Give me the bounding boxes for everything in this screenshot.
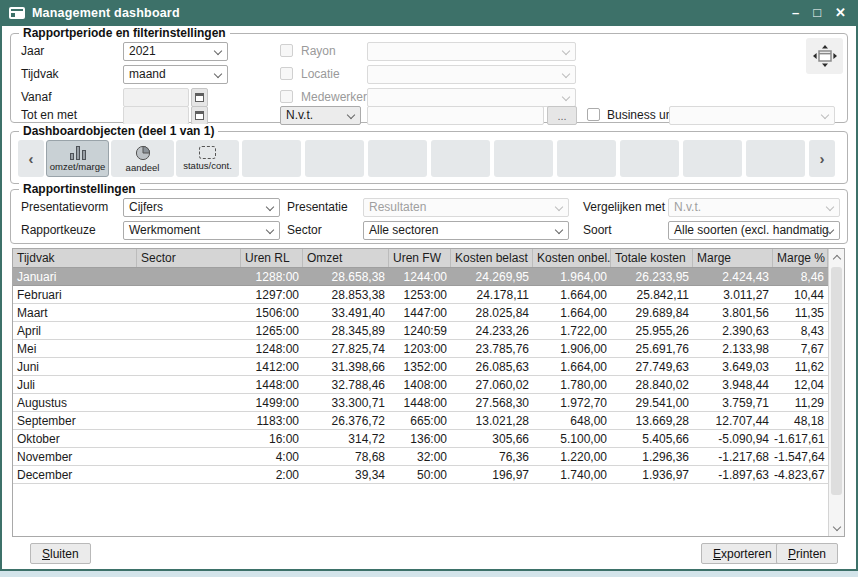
table-cell: -1.897,63 <box>693 466 773 483</box>
browse-button[interactable]: ... <box>547 106 577 125</box>
tijdvak-cell: Maart <box>13 304 137 321</box>
tijdvak-cell: Juli <box>13 376 137 393</box>
table-cell: 1.740,00 <box>533 466 611 483</box>
table-cell: 314,72 <box>303 430 389 447</box>
table-cell: 1499:00 <box>241 394 303 411</box>
presentatievorm-select[interactable]: Cijfers <box>123 198 280 217</box>
table-cell <box>137 358 241 375</box>
dashboard-objects-group: Dashboardobjecten (deel 1 van 1) ‹ omzet… <box>10 131 848 184</box>
aandeel-button[interactable]: aandeel <box>111 140 174 177</box>
table-row[interactable]: Oktober16:00314,72136:00305,665.100,005.… <box>13 430 844 448</box>
table-cell: -1.617,61 <box>773 430 828 447</box>
column-header[interactable]: Uren FW <box>389 249 451 267</box>
table-row[interactable]: Juli1448:0032.788,461408:0027.060,021.78… <box>13 376 844 394</box>
column-header[interactable]: Kosten onbel. <box>533 249 611 267</box>
chevron-down-icon <box>266 203 274 211</box>
scrollbar-up-button[interactable] <box>829 249 844 265</box>
table-row[interactable]: Juni1412:0031.398,661352:0026.085,631.66… <box>13 358 844 376</box>
vanaf-input[interactable] <box>123 88 189 107</box>
medewerker-checkbox[interactable] <box>280 90 293 103</box>
sluiten-button[interactable]: Sluiten <box>30 543 91 564</box>
locatie-select[interactable] <box>367 65 576 84</box>
column-header[interactable]: Uren RL <box>241 249 303 267</box>
table-row[interactable]: Januari1288:0028.658,381244:0024.269,951… <box>13 268 844 286</box>
minimize-button[interactable]: – <box>792 5 799 21</box>
filter-value-input[interactable] <box>367 106 544 125</box>
scrollbar-down-button[interactable] <box>829 520 844 536</box>
nvt-select[interactable]: N.v.t. <box>280 106 361 125</box>
table-cell: 1412:00 <box>241 358 303 375</box>
column-header[interactable]: Marge % <box>773 249 828 267</box>
tot-en-met-calendar-button[interactable] <box>191 106 208 125</box>
table-cell: 1.220,00 <box>533 448 611 465</box>
close-icon[interactable]: ✕ <box>835 5 846 21</box>
rayon-select[interactable] <box>367 42 576 61</box>
tijdvak-cell: April <box>13 322 137 339</box>
tijdvak-select[interactable]: maand <box>123 65 228 84</box>
resize-icon <box>812 44 838 68</box>
column-header[interactable]: Sector <box>137 249 241 267</box>
chevron-down-icon <box>562 70 570 78</box>
table-cell: 1248:00 <box>241 340 303 357</box>
column-header[interactable]: Totale kosten <box>611 249 693 267</box>
soort-select[interactable]: Alle soorten (excl. handmatig <box>668 221 840 240</box>
medewerker-select[interactable] <box>367 88 576 107</box>
resize-window-button[interactable] <box>806 38 843 74</box>
title-bar[interactable]: Management dashboard – □ ✕ <box>0 0 858 26</box>
exporteren-button[interactable]: Exporteren <box>701 543 784 564</box>
tot-en-met-input[interactable] <box>123 106 189 125</box>
table-cell: 305,66 <box>451 430 533 447</box>
table-cell: -4.823,67 <box>773 466 828 483</box>
scroll-right-button[interactable]: › <box>809 140 835 177</box>
table-row[interactable]: Februari1297:0028.853,381253:0024.178,11… <box>13 286 844 304</box>
column-header[interactable]: Marge <box>693 249 773 267</box>
column-header[interactable]: Kosten belast <box>451 249 533 267</box>
locatie-label: Locatie <box>301 65 340 84</box>
presentatie-select[interactable]: Resultaten <box>363 198 569 217</box>
table-cell: 4:00 <box>241 448 303 465</box>
table-cell: 39,34 <box>303 466 389 483</box>
table-cell: 3.759,71 <box>693 394 773 411</box>
management-dashboard-window: Management dashboard – □ ✕ Rapportperiod… <box>0 0 858 571</box>
calendar-icon <box>195 111 204 120</box>
column-header[interactable]: Tijdvak <box>13 249 137 267</box>
table-cell: 1253:00 <box>389 286 451 303</box>
status-cont-button[interactable]: status/cont. <box>176 140 239 177</box>
table-cell: 1.972,70 <box>533 394 611 411</box>
table-row[interactable]: Maart1506:0033.491,401447:0028.025,841.6… <box>13 304 844 322</box>
table-cell: 28.658,38 <box>303 268 389 285</box>
table-cell: 32.788,46 <box>303 376 389 393</box>
table-cell: 1288:00 <box>241 268 303 285</box>
table-row[interactable]: November4:0078,6832:0076,361.220,001.296… <box>13 448 844 466</box>
sector-select[interactable]: Alle sectoren <box>363 221 569 240</box>
printen-button[interactable]: Printen <box>776 543 838 564</box>
vanaf-calendar-button[interactable] <box>191 88 208 107</box>
business-unit-select[interactable] <box>669 106 835 125</box>
table-cell: 8,46 <box>773 268 828 285</box>
table-row[interactable]: September1183:0026.376,72665:0013.021,28… <box>13 412 844 430</box>
jaar-select[interactable]: 2021 <box>123 42 228 61</box>
rayon-checkbox[interactable] <box>280 44 293 57</box>
column-header[interactable]: Omzet <box>303 249 389 267</box>
scrollbar-thumb[interactable] <box>831 267 842 495</box>
scroll-left-button[interactable]: ‹ <box>18 140 44 177</box>
omzet-marge-button[interactable]: omzet/marge <box>46 140 109 177</box>
table-row[interactable]: December2:0039,3450:00196,971.740,001.93… <box>13 466 844 484</box>
table-cell <box>137 322 241 339</box>
table-cell: -1.217,68 <box>693 448 773 465</box>
vergelijken-met-select[interactable]: N.v.t. <box>668 198 840 217</box>
vertical-scrollbar[interactable] <box>828 249 844 536</box>
sluiten-label: Sluiten <box>42 547 79 561</box>
table-cell: 32:00 <box>389 448 451 465</box>
chevron-down-icon <box>347 111 355 119</box>
rapportkeuze-select[interactable]: Werkmoment <box>123 221 280 240</box>
table-row[interactable]: Augustus1499:0033.300,711448:0027.568,30… <box>13 394 844 412</box>
table-cell: 3.011,27 <box>693 286 773 303</box>
table-row[interactable]: Mei1248:0027.825,741203:0023.785,761.906… <box>13 340 844 358</box>
chevron-down-icon <box>214 47 222 55</box>
maximize-button[interactable]: □ <box>813 5 821 21</box>
table-row[interactable]: April1265:0028.345,891240:5924.233,261.7… <box>13 322 844 340</box>
business-unit-checkbox[interactable] <box>587 108 600 121</box>
tijdvak-cell: September <box>13 412 137 429</box>
locatie-checkbox[interactable] <box>280 67 293 80</box>
